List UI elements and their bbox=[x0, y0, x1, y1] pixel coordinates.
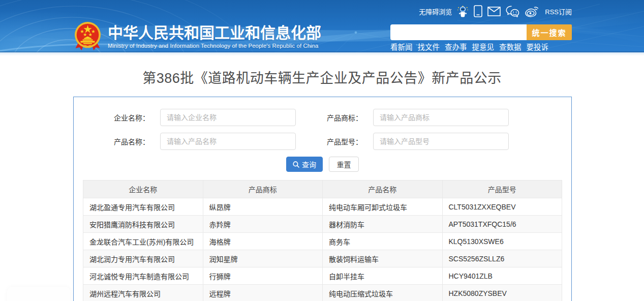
cell-model: HCY9401ZLB bbox=[442, 267, 562, 285]
form-row-2: 产品名称： 产品型号： bbox=[83, 133, 562, 150]
header-search: 统一搜索 bbox=[390, 24, 572, 40]
site-logo[interactable]: 中华人民共和国工业和信息化部 Ministry of Industry and … bbox=[74, 21, 321, 51]
table-row[interactable]: 湖州远程汽车有限公司 远程牌 纯电动压缩式垃圾车 HZK5080ZYSBEV bbox=[83, 285, 562, 301]
company-name-input[interactable] bbox=[160, 109, 296, 126]
results-table: 企业名称 产品商标 产品名称 产品型号 湖北盈通专用汽车有限公司 纵昂牌 纯电动… bbox=[83, 180, 562, 301]
header-search-input[interactable] bbox=[390, 24, 527, 40]
cell-brand: 赤羚牌 bbox=[203, 216, 323, 233]
page-title: 第386批《道路机动车辆生产企业及产品公告》新产品公示 bbox=[0, 67, 644, 87]
product-name-input[interactable] bbox=[160, 133, 296, 150]
floating-widget[interactable] bbox=[7, 287, 70, 301]
wechat-icon[interactable] bbox=[506, 6, 519, 17]
cell-brand: 润知星牌 bbox=[203, 250, 323, 267]
cell-brand: 行狮牌 bbox=[203, 267, 323, 285]
utility-bar: 无障碍浏览 bbox=[419, 6, 572, 17]
cell-model: CLT5031ZXXEQBEV bbox=[442, 198, 562, 216]
cell-model: KLQ5130XSWE6 bbox=[442, 233, 562, 250]
quick-links-nav: 看新闻 找文件 查办事 提意见 查数据 要投诉 bbox=[390, 41, 572, 52]
mail-icon[interactable] bbox=[487, 7, 501, 16]
cell-brand: 纵昂牌 bbox=[203, 198, 323, 216]
form-buttons: 查询 重置 bbox=[83, 157, 562, 172]
cell-company: 安阳猎鹰消防科技有限公司 bbox=[83, 216, 203, 233]
rss-link[interactable]: RSS订阅 bbox=[545, 7, 572, 16]
company-name-label: 企业名称： bbox=[83, 112, 149, 123]
header-search-button[interactable]: 统一搜索 bbox=[527, 24, 572, 40]
cell-product: 商务车 bbox=[323, 233, 443, 250]
mobile-icon[interactable] bbox=[474, 5, 482, 17]
site-title-english: Ministry of Industry and Information Tec… bbox=[108, 42, 321, 49]
cell-model: HZK5080ZYSBEV bbox=[442, 285, 562, 301]
table-header-row: 企业名称 产品商标 产品名称 产品型号 bbox=[83, 180, 562, 198]
quick-link-feedback[interactable]: 提意见 bbox=[472, 41, 495, 52]
weibo-icon[interactable] bbox=[525, 5, 540, 17]
cell-product: 器材消防车 bbox=[323, 216, 443, 233]
product-model-input[interactable] bbox=[373, 133, 509, 150]
quick-link-documents[interactable]: 找文件 bbox=[418, 41, 440, 52]
col-header-brand: 产品商标 bbox=[203, 180, 323, 198]
search-icon bbox=[293, 161, 299, 168]
robot-assistant-icon[interactable] bbox=[457, 5, 469, 18]
table-row[interactable]: 湖北润力专用汽车有限公司 润知星牌 散装饲料运输车 SCS5256ZSLLZ6 bbox=[83, 250, 562, 267]
quick-link-news[interactable]: 看新闻 bbox=[390, 41, 413, 52]
national-emblem-icon bbox=[74, 21, 102, 51]
product-brand-input[interactable] bbox=[373, 109, 509, 126]
cell-model: APT5031TXFQC15/6 bbox=[442, 216, 562, 233]
cell-company: 河北诚悦专用汽车制造有限公司 bbox=[83, 267, 203, 285]
accessibility-link[interactable]: 无障碍浏览 bbox=[419, 7, 452, 16]
banner-bottom-fade bbox=[0, 52, 644, 56]
site-header: 中华人民共和国工业和信息化部 Ministry of Industry and … bbox=[0, 0, 644, 52]
cell-brand: 远程牌 bbox=[203, 285, 323, 301]
quick-link-data[interactable]: 查数据 bbox=[499, 41, 522, 52]
table-row[interactable]: 安阳猎鹰消防科技有限公司 赤羚牌 器材消防车 APT5031TXFQC15/6 bbox=[83, 216, 562, 233]
query-button[interactable]: 查询 bbox=[286, 157, 323, 172]
cell-brand: 海格牌 bbox=[203, 233, 323, 250]
cell-product: 自卸半挂车 bbox=[323, 267, 443, 285]
quick-link-services[interactable]: 查办事 bbox=[445, 41, 467, 52]
cell-model: SCS5256ZSLLZ6 bbox=[442, 250, 562, 267]
reset-button[interactable]: 重置 bbox=[329, 157, 359, 172]
cell-product: 纯电动车厢可卸式垃圾车 bbox=[323, 198, 443, 216]
col-header-product: 产品名称 bbox=[323, 180, 443, 198]
quick-link-complaint[interactable]: 要投诉 bbox=[527, 41, 549, 52]
cell-company: 湖州远程汽车有限公司 bbox=[83, 285, 203, 301]
table-row[interactable]: 湖北盈通专用汽车有限公司 纵昂牌 纯电动车厢可卸式垃圾车 CLT5031ZXXE… bbox=[83, 198, 562, 216]
site-title-chinese: 中华人民共和国工业和信息化部 bbox=[108, 24, 321, 41]
main-content: 第386批《道路机动车辆生产企业及产品公告》新产品公示 企业名称： 产品商标： … bbox=[0, 67, 644, 301]
product-brand-label: 产品商标： bbox=[296, 112, 362, 123]
col-header-company: 企业名称 bbox=[83, 180, 203, 198]
table-row[interactable]: 河北诚悦专用汽车制造有限公司 行狮牌 自卸半挂车 HCY9401ZLB bbox=[83, 267, 562, 285]
cell-company: 湖北润力专用汽车有限公司 bbox=[83, 250, 203, 267]
product-name-label: 产品名称： bbox=[83, 136, 149, 146]
cell-company: 金龙联合汽车工业(苏州)有限公司 bbox=[83, 233, 203, 250]
query-panel: 企业名称： 产品商标： 产品名称： 产品型号： 查询 重置 bbox=[73, 97, 572, 301]
cell-company: 湖北盈通专用汽车有限公司 bbox=[83, 198, 203, 216]
table-row[interactable]: 金龙联合汽车工业(苏州)有限公司 海格牌 商务车 KLQ5130XSWE6 bbox=[83, 233, 562, 250]
form-row-1: 企业名称： 产品商标： bbox=[83, 109, 562, 126]
col-header-model: 产品型号 bbox=[442, 180, 562, 198]
cell-product: 散装饲料运输车 bbox=[323, 250, 443, 267]
query-button-label: 查询 bbox=[302, 159, 316, 169]
product-model-label: 产品型号： bbox=[296, 136, 362, 146]
cell-product: 纯电动压缩式垃圾车 bbox=[323, 285, 443, 301]
